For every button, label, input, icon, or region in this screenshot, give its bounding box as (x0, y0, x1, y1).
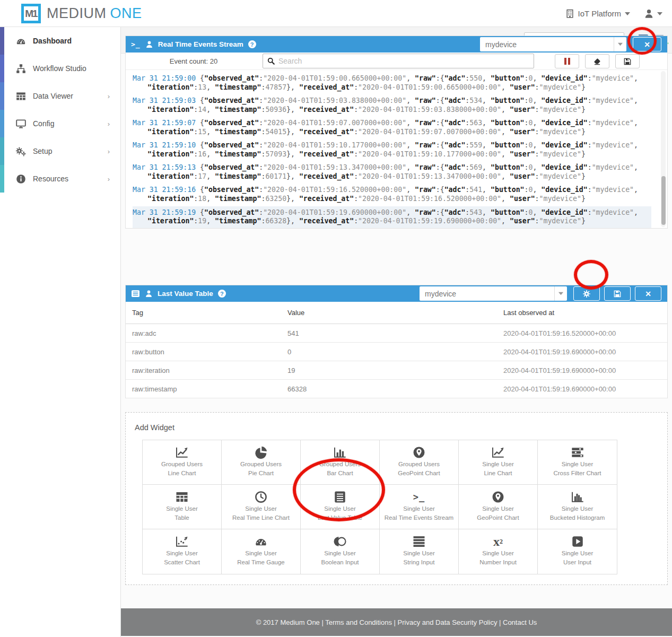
close-widget-button[interactable]: ✕ (633, 37, 661, 51)
sidebar-accent-strip (0, 165, 4, 193)
sidebar-accent-strip (0, 55, 4, 82)
sidebar-item-data-viewer[interactable]: Data Viewer› (0, 82, 120, 110)
widget-tile-single-user-last-value-table[interactable]: Single UserLast Value Table (301, 485, 380, 529)
sidebar-item-dashboard[interactable]: Dashboard (0, 27, 120, 55)
brand-logo[interactable]: M1 MEDIUM ONE (21, 4, 142, 23)
sidebar-accent-strip (0, 137, 4, 165)
last-value-row: raw:timestamp663282020-04-01T01:59:19.69… (126, 380, 667, 398)
table-icon (16, 91, 26, 101)
help-icon[interactable]: ? (218, 290, 226, 298)
chevron-right-icon: › (108, 147, 110, 155)
cross-filter-icon (571, 445, 584, 460)
widget-tile-grouped-users-line-chart[interactable]: Grouped UsersLine Chart (143, 440, 222, 485)
widget-tile-single-user-cross-filter-chart[interactable]: Single UserCross Filter Chart (538, 440, 617, 485)
sidebar-item-resources[interactable]: Resources› (0, 165, 120, 193)
close-widget-button[interactable]: ✕ (635, 286, 661, 301)
terminal-icon: >_ (413, 490, 425, 504)
clear-stream-button[interactable] (585, 54, 609, 68)
sidebar-item-label: Workflow Studio (33, 64, 86, 73)
top-header: M1 MEDIUM ONE IoT Platform (0, 0, 672, 27)
scrollbar-thumb[interactable] (661, 176, 666, 225)
building-icon (565, 9, 574, 18)
log-entry: Mar 31 21:59:07 {"observed_at":"2020-04-… (133, 117, 651, 139)
platform-menu[interactable]: IoT Platform (565, 9, 630, 18)
last-value-header: Last Value Table ? mydevice ✕ (126, 285, 667, 302)
sidebar-item-label: Setup (33, 147, 53, 155)
footer: © 2017 Medium One | Terms and Conditions… (121, 608, 672, 636)
table-icon (176, 490, 188, 504)
sidebar-accent-strip (0, 27, 4, 55)
search-icon (267, 57, 275, 65)
globe-icon (413, 445, 425, 460)
brand-medium-text: MEDIUM (47, 5, 107, 22)
widget-tile-single-user-boolean-input[interactable]: Single UserBoolean Input (301, 529, 380, 574)
log-entry: Mar 31 21:59:00 {"observed_at":"2020-04-… (133, 72, 651, 94)
widget-tile-single-user-scatter-chart[interactable]: Single UserScatter Chart (143, 529, 222, 574)
help-icon[interactable]: ? (248, 40, 256, 48)
scatter-icon (176, 534, 188, 549)
widget-tile-grouped-users-bar-chart[interactable]: Grouped UsersBar Chart (301, 440, 380, 485)
pie-chart-icon (255, 445, 267, 460)
pause-stream-button[interactable] (555, 54, 579, 68)
save-widget-button[interactable] (604, 286, 631, 301)
gear-icon (583, 290, 590, 298)
last-value-table-header: Tag Value Last observed at (126, 302, 667, 324)
close-icon: ✕ (645, 290, 651, 298)
device-select[interactable]: mydevice (480, 37, 626, 51)
chevron-down-icon (657, 11, 662, 16)
add-widget-title: Add Widget (135, 423, 174, 432)
scrollbar-track[interactable] (661, 71, 666, 227)
log-entry: Mar 31 21:59:13 {"observed_at":"2020-04-… (133, 161, 651, 184)
footer-text: © 2017 Medium One | Terms and Conditions… (256, 618, 537, 626)
device-select[interactable]: mydevice (420, 286, 567, 301)
user-menu[interactable] (644, 8, 662, 19)
events-toolbar: Event count: 20 (126, 53, 667, 70)
widget-settings-button[interactable] (573, 286, 600, 301)
widget-tile-single-user-table[interactable]: Single UserTable (143, 485, 222, 529)
chevron-down-icon (625, 11, 630, 16)
widget-tile-single-user-line-chart[interactable]: Single UserLine Chart (459, 440, 538, 485)
chevron-right-icon: › (108, 92, 110, 100)
sidebar-item-label: Data Viewer (33, 92, 73, 100)
events-stream-header: >_ Real Time Events Stream ? mydevice ✕ (126, 36, 667, 53)
string-bars-icon (413, 534, 425, 549)
pause-icon (564, 58, 570, 65)
sidebar-item-workflow-studio[interactable]: Workflow Studio (0, 55, 120, 82)
list-dark-icon (334, 490, 346, 504)
widget-tile-single-user-bucketed-histogram[interactable]: Single UserBucketed Histogram (538, 485, 617, 529)
search-input[interactable] (278, 57, 529, 65)
sidebar: DashboardWorkflow StudioData Viewer›Conf… (0, 27, 121, 637)
info-icon (16, 174, 26, 184)
chevron-right-icon: › (108, 120, 110, 128)
user-input-icon (571, 534, 584, 549)
widget-tile-single-user-string-input[interactable]: Single UserString Input (380, 529, 459, 574)
widget-tile-single-user-real-time-line-chart[interactable]: Single UserReal Time Line Chart (222, 485, 301, 529)
close-icon: ✕ (644, 40, 650, 49)
sidebar-item-setup[interactable]: Setup› (0, 137, 120, 165)
line-chart-icon (176, 445, 188, 460)
widget-tile-grouped-users-geopoint-chart[interactable]: Grouped UsersGeoPoint Chart (380, 440, 459, 485)
histogram-icon (571, 490, 584, 504)
brand-one-text: ONE (110, 5, 142, 22)
add-widget-panel: Add Widget Grouped UsersLine ChartGroupe… (125, 412, 668, 585)
widget-grid: Grouped UsersLine ChartGrouped UsersPie … (142, 440, 617, 574)
clock-icon (255, 490, 267, 504)
save-stream-button[interactable] (615, 54, 640, 68)
sidebar-item-config[interactable]: Config› (0, 110, 120, 137)
widget-tile-single-user-user-input[interactable]: Single UserUser Input (538, 529, 617, 574)
widget-tile-single-user-real-time-gauge[interactable]: Single UserReal Time Gauge (222, 529, 301, 574)
save-icon (624, 58, 631, 65)
main-content: Dashboard Default >_ Real Time Events St… (121, 27, 672, 637)
x-squared-icon: x2 (493, 534, 503, 549)
last-value-row: raw:button02020-04-01T01:59:19.690000+00… (126, 343, 667, 361)
gauge-icon (16, 36, 26, 46)
last-value-widget: Last Value Table ? mydevice ✕ Tag Value … (125, 285, 668, 398)
widget-tile-single-user-number-input[interactable]: x2Single UserNumber Input (459, 529, 538, 574)
terminal-icon: >_ (131, 40, 141, 48)
widget-tile-grouped-users-pie-chart[interactable]: Grouped UsersPie Chart (222, 440, 301, 485)
widget-tile-single-user-geopoint-chart[interactable]: Single UserGeoPoint Chart (459, 485, 538, 529)
sidebar-accent-strip (0, 82, 4, 110)
line-chart-icon (492, 445, 504, 460)
widget-tile-single-user-real-time-events-stream[interactable]: >_Single UserReal Time Events Stream (380, 485, 459, 529)
sidebar-accent-strip (0, 110, 4, 137)
